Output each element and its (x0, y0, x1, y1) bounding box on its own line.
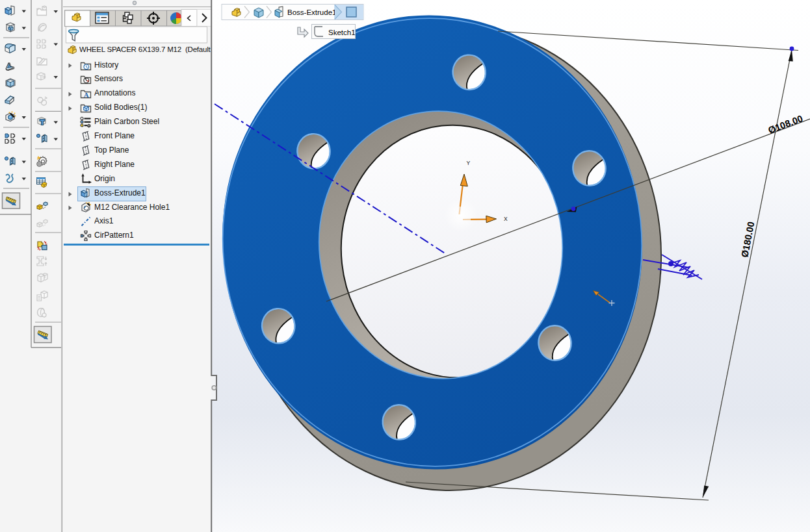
svg-text:A: A (84, 91, 89, 99)
svg-text:Y: Y (467, 160, 471, 166)
svg-text:Sketch1: Sketch1 (328, 29, 356, 36)
svg-text:X: X (504, 216, 508, 222)
svg-text:Boss-Extrude1: Boss-Extrude1 (287, 8, 336, 16)
